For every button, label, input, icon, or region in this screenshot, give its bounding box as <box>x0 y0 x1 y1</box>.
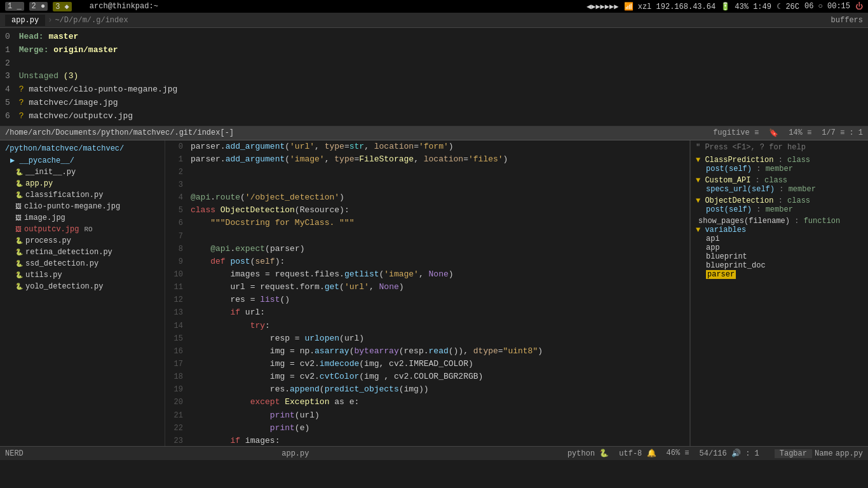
tagbar-var-blueprint[interactable]: blueprint <box>696 252 863 261</box>
file-icon: 🐍 <box>15 237 23 245</box>
code-line-0: 0 parser.add_argument('url', type=str, l… <box>165 140 689 153</box>
code-line-11: 11 url = request.form.get('url', None) <box>165 281 689 294</box>
workspace-2[interactable]: 2 ● <box>29 2 48 11</box>
code-line-14: 14 try: <box>165 320 689 332</box>
tree-file-classification[interactable]: 🐍 classification.py <box>0 189 165 201</box>
git-line-4: 4 ? matchvec/clio-punto-megane.jpg <box>5 83 863 97</box>
file-icon: 🐍 <box>15 283 23 290</box>
code-line-17: 17 img = cv2.imdecode(img, cv2.IMREAD_CO… <box>165 358 689 370</box>
top-statusbar: 1 _ 2 ● 3 ◆ arch@thinkpad:~ ◀▶▶▶▶▶▶ 📶 xz… <box>0 0 868 13</box>
code-line-18: 18 img = cv2.cvtColor(img , cv2.COLOR_BG… <box>165 370 689 383</box>
filetype: python 🐍 <box>567 449 609 458</box>
tagbar-section-customapi: ▼ Custom_API : class specs_url(self) : m… <box>696 176 863 194</box>
tagbar-class-customapi[interactable]: ▼ Custom_API : class <box>696 176 863 185</box>
power-icon: ⏻ <box>855 2 863 11</box>
tree-file-image[interactable]: 🖼 image.jpg <box>0 212 165 224</box>
file-icon: 🐍 <box>15 191 23 199</box>
tree-file-yolo[interactable]: 🐍 yolo_detection.py <box>0 281 165 292</box>
code-line-8: 8 @api.expect(parser) <box>165 243 689 255</box>
tab-bar: app.py › ~/D/p/m/.g/index buffers <box>0 13 868 28</box>
git-line-5: 5 ? matchvec/image.jpg <box>5 97 863 110</box>
tree-file-app[interactable]: 🐍 app.py <box>0 178 165 189</box>
code-line-3: 3 <box>165 179 689 191</box>
fugitive-label: fugitive ≡ <box>713 128 759 137</box>
tagbar-member-classprediction-post[interactable]: post(self) : member <box>696 165 863 173</box>
code-line-6: 6 """Docstring for MyClass. """ <box>165 217 689 229</box>
tree-file-retina[interactable]: 🐍 retina_detection.py <box>0 247 165 258</box>
tagbar-member-customapi-specsurl[interactable]: specs_url(self) : member <box>696 185 863 194</box>
workspace-1[interactable]: 1 _ <box>5 2 24 11</box>
code-line-19: 19 res.append(predict_objects(img)) <box>165 383 689 396</box>
file-icon: 🐍 <box>15 260 23 268</box>
tagbar-section-variables: ▼ variables api app blueprint blueprint_… <box>696 226 863 279</box>
scroll-percent: 46% ≡ <box>667 449 689 458</box>
tagbar-status-left: Tagbar <box>775 449 812 458</box>
workspace-3[interactable]: 3 ◆ <box>53 2 72 11</box>
git-status-area: 0 Head: master 1 Merge: origin/master 2 … <box>0 28 868 126</box>
tagbar-status-center: Name <box>815 449 833 458</box>
tree-file-ssd[interactable]: 🐍 ssd_detection.py <box>0 258 165 269</box>
tree-file-clio[interactable]: 🖼 clio-punto-megane.jpg <box>0 201 165 212</box>
tagbar-section-objectdetection: ▼ ObjectDetection : class post(self) : m… <box>696 196 863 214</box>
main-area: /python/matchvec/matchvec/ ▶ __pycache__… <box>0 140 868 446</box>
path-bar: /home/arch/Documents/python/matchvec/.gi… <box>0 126 868 140</box>
tagbar-fn-showpages[interactable]: show_pages(filename) : function <box>696 217 863 226</box>
time-info: 06 ○ 00:15 <box>804 2 850 11</box>
workspaces: 1 _ 2 ● 3 ◆ <box>5 2 72 11</box>
file-icon: 🐍 <box>15 248 23 256</box>
code-line-23: 23 if images: <box>165 435 689 446</box>
buffers-label[interactable]: buffers <box>831 16 863 25</box>
file-icon: 🐍 <box>15 180 23 187</box>
code-line-9: 9 def post(self): <box>165 255 689 268</box>
encoding: utf-8 🔔 <box>619 449 656 458</box>
network-icon: ◀▶▶▶▶▶▶ <box>587 2 619 11</box>
file-icon: 🐍 <box>15 168 23 176</box>
tree-file-utils[interactable]: 🐍 utils.py <box>0 269 165 281</box>
code-line-21: 21 print(url) <box>165 409 689 422</box>
tagbar-var-parser[interactable]: parser <box>696 270 863 279</box>
tree-file-process[interactable]: 🐍 process.py <box>0 235 165 247</box>
tree-root: /python/matchvec/matchvec/ <box>0 143 165 154</box>
code-line-7: 7 <box>165 230 689 243</box>
git-line-1: 1 Merge: origin/master <box>5 44 863 57</box>
tagbar-class-classprediction[interactable]: ▼ ClassPrediction : class <box>696 156 863 165</box>
image-modified-icon: 🖼 <box>15 226 22 233</box>
code-line-12: 12 res = list() <box>165 294 689 306</box>
tagbar-var-api[interactable]: api <box>696 234 863 243</box>
tab-path: ~/D/p/m/.g/index <box>55 16 128 25</box>
battery-info: 🔋 43% 1:49 <box>721 2 771 11</box>
file-tree[interactable]: /python/matchvec/matchvec/ ▶ __pycache__… <box>0 140 165 446</box>
scroll-percent: 14% ≡ <box>789 128 811 137</box>
code-line-1: 1 parser.add_argument('image', type=File… <box>165 153 689 166</box>
code-line-16: 16 img = np.asarray(bytearray(resp.read(… <box>165 345 689 358</box>
code-line-13: 13 if url: <box>165 306 689 319</box>
tab-app-py[interactable]: app.py <box>5 15 45 26</box>
git-line-0: 0 Head: master <box>5 30 863 44</box>
tagbar-vars-header[interactable]: ▼ variables <box>696 226 863 234</box>
wifi-info: 📶 xzl 192.168.43.64 <box>624 2 716 11</box>
code-line-15: 15 resp = urlopen(url) <box>165 332 689 345</box>
center-file: app.py <box>281 449 309 458</box>
code-line-4: 4 @api.route('/object_detection') <box>165 191 689 204</box>
tagbar-var-blueprint-doc[interactable]: blueprint_doc <box>696 261 863 270</box>
tree-file-init[interactable]: 🐍 __init__.py <box>0 166 165 178</box>
tagbar-member-objectdetection-post[interactable]: post(self) : member <box>696 205 863 214</box>
file-icon: 🐍 <box>15 271 23 279</box>
tagbar-section-classprediction: ▼ ClassPrediction : class post(self) : m… <box>696 156 863 173</box>
tree-file-outputcv[interactable]: 🖼 outputcv.jpg RO <box>0 224 165 235</box>
tagbar-class-objectdetection[interactable]: ▼ ObjectDetection : class <box>696 196 863 205</box>
code-line-10: 10 images = request.files.getlist('image… <box>165 268 689 281</box>
code-line-5: 5 class ObjectDetection(Resource): <box>165 204 689 217</box>
git-line-3: 3 Unstaged (3) <box>5 70 863 83</box>
code-editor[interactable]: 0 parser.add_argument('url', type=str, l… <box>165 140 690 446</box>
hostname: arch@thinkpad:~ <box>90 2 158 11</box>
image-icon: 🖼 <box>15 214 22 222</box>
tagbar-var-app[interactable]: app <box>696 243 863 252</box>
current-path: /home/arch/Documents/python/matchvec/.gi… <box>5 128 234 137</box>
bookmark-icon: 🔖 <box>769 128 778 138</box>
temp-info: ☾ 26C <box>776 2 799 11</box>
tree-dir-pycache[interactable]: ▶ __pycache__/ <box>0 154 165 166</box>
bottom-statusbar: NERD app.py python 🐍 utf-8 🔔 46% ≡ 54/11… <box>0 446 868 460</box>
git-line-6: 6 ? matchvec/outputcv.jpg <box>5 110 863 123</box>
code-line-20: 20 except Exception as e: <box>165 396 689 409</box>
